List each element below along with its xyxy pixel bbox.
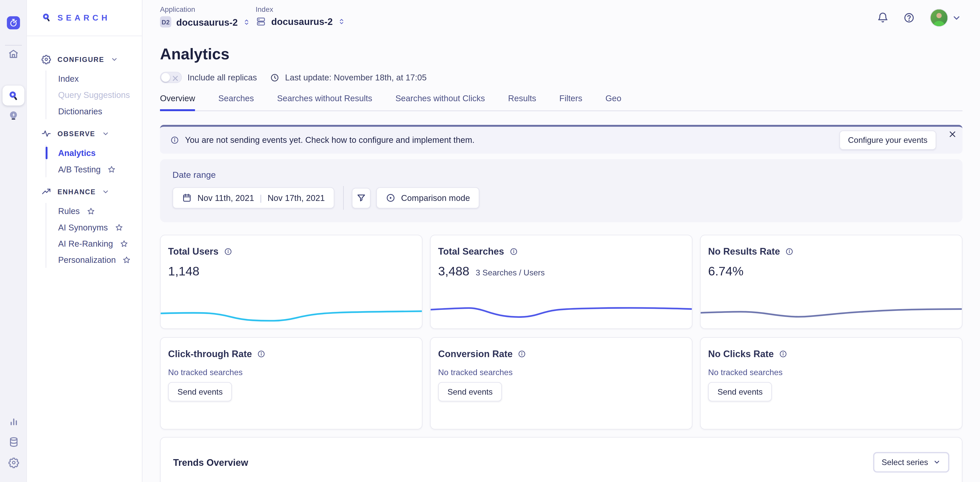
card-title: Total Users xyxy=(168,246,219,257)
send-events-button[interactable]: Send events xyxy=(708,382,772,401)
sidebar-item-ai-re-ranking[interactable]: AI Re-Ranking xyxy=(58,235,142,252)
user-avatar[interactable] xyxy=(931,9,948,26)
play-circle-icon xyxy=(385,193,395,203)
divider xyxy=(343,186,344,210)
info-icon[interactable] xyxy=(517,349,526,358)
tab-geo[interactable]: Geo xyxy=(606,94,621,111)
conversion-rate-card: Conversion Rate No tracked searches Send… xyxy=(430,337,693,430)
banner-close-icon[interactable] xyxy=(948,130,957,138)
home-icon[interactable] xyxy=(0,48,27,60)
application-label: Application xyxy=(160,6,251,13)
search-pin-icon xyxy=(41,13,52,23)
star-icon xyxy=(120,239,128,248)
no-tracked-searches-text: No tracked searches xyxy=(431,359,692,377)
product-logo[interactable]: SEARCH xyxy=(27,0,142,36)
tab-results[interactable]: Results xyxy=(508,94,536,111)
database-icon[interactable] xyxy=(0,436,27,447)
banner-message: You are not sending events yet. Check ho… xyxy=(185,135,474,145)
star-icon xyxy=(115,223,123,231)
kpi-value: 6.74% xyxy=(708,264,744,279)
tab-searches[interactable]: Searches xyxy=(218,94,254,111)
send-events-button[interactable]: Send events xyxy=(168,382,232,401)
total-users-card: Total Users 1,148 xyxy=(160,235,423,329)
index-icon xyxy=(256,16,266,27)
chevron-down-icon xyxy=(111,55,118,63)
topbar: Application D2 docusaurus-2 Index docusa… xyxy=(143,0,980,36)
tab-searches-without-clicks[interactable]: Searches without Clicks xyxy=(395,94,485,111)
notifications-bell-icon[interactable] xyxy=(877,12,889,24)
trends-overview-title: Trends Overview xyxy=(173,457,248,467)
select-series-button[interactable]: Select series xyxy=(873,452,949,472)
include-replicas-toggle[interactable] xyxy=(160,72,182,83)
sidebar-item-index[interactable]: Index xyxy=(58,71,142,87)
configure-events-button[interactable]: Configure your events xyxy=(839,130,936,150)
sidebar-item-dictionaries[interactable]: Dictionaries xyxy=(58,103,142,119)
recommend-bulb-icon[interactable] xyxy=(0,110,27,122)
include-replicas-label: Include all replicas xyxy=(188,73,257,82)
trend-up-icon xyxy=(41,187,51,197)
tab-filters[interactable]: Filters xyxy=(560,94,582,111)
kpi-row-2: Click-through Rate No tracked searches S… xyxy=(160,337,963,430)
search-icon xyxy=(8,90,19,101)
sidebar: SEARCH CONFIGURE Index Query Suggestions… xyxy=(27,0,143,482)
info-icon[interactable] xyxy=(509,247,518,256)
section-observe[interactable]: OBSERVE xyxy=(41,129,142,139)
sidebar-item-personalization[interactable]: Personalization xyxy=(58,252,142,268)
app-window: SEARCH CONFIGURE Index Query Suggestions… xyxy=(0,0,980,482)
info-icon[interactable] xyxy=(779,349,788,358)
filter-funnel-button[interactable] xyxy=(352,187,371,208)
sort-chevrons-icon xyxy=(338,17,346,26)
kpi-row-1: Total Users 1,148 Total Searches 3,488 3… xyxy=(160,235,963,329)
sidebar-item-query-suggestions[interactable]: Query Suggestions xyxy=(58,87,142,103)
total-searches-card: Total Searches 3,488 3 Searches / Users xyxy=(430,235,693,329)
index-label: Index xyxy=(256,6,346,13)
activity-pulse-icon xyxy=(41,129,51,139)
star-icon xyxy=(87,207,95,215)
analytics-bars-icon[interactable] xyxy=(0,416,27,427)
card-title: Total Searches xyxy=(438,246,504,257)
analytics-tabs: Overview Searches Searches without Resul… xyxy=(160,94,963,111)
search-nav-active-tile[interactable] xyxy=(3,86,24,106)
comparison-mode-button[interactable]: Comparison mode xyxy=(376,187,479,209)
kpi-sub-label: 3 Searches / Users xyxy=(476,268,545,277)
date-range-panel: Date range Nov 11th, 2021 | Nov 17th, 20… xyxy=(160,159,963,222)
application-selector[interactable]: D2 docusaurus-2 xyxy=(160,16,251,27)
info-icon[interactable] xyxy=(224,247,232,256)
card-title: Conversion Rate xyxy=(438,349,512,359)
no-tracked-searches-text: No tracked searches xyxy=(701,359,962,377)
stopwatch-logo-icon[interactable] xyxy=(7,16,20,29)
sidebar-item-rules[interactable]: Rules xyxy=(58,203,142,219)
kpi-value: 3,488 xyxy=(438,264,469,279)
rail-settings-gear-icon[interactable] xyxy=(0,457,27,468)
no-tracked-searches-text: No tracked searches xyxy=(161,359,422,377)
no-results-rate-card: No Results Rate 6.74% xyxy=(700,235,963,329)
star-icon xyxy=(108,165,116,173)
send-events-button[interactable]: Send events xyxy=(438,382,502,401)
sort-chevrons-icon xyxy=(243,17,251,27)
sidebar-item-analytics[interactable]: Analytics xyxy=(58,145,142,161)
chevron-down-icon xyxy=(102,188,110,195)
date-range-label: Date range xyxy=(173,170,950,180)
product-name: SEARCH xyxy=(57,13,110,22)
trends-overview-card: Trends Overview Select series xyxy=(160,437,963,482)
tab-searches-without-results[interactable]: Searches without Results xyxy=(277,94,372,111)
chevron-down-icon xyxy=(102,130,109,137)
sidebar-item-ab-testing[interactable]: A/B Testing xyxy=(58,161,142,177)
help-icon[interactable] xyxy=(903,12,915,24)
date-range-button[interactable]: Nov 11th, 2021 | Nov 17th, 2021 xyxy=(173,187,334,209)
toggle-off-x-icon xyxy=(173,75,178,81)
no-results-rate-sparkline xyxy=(701,303,962,326)
last-update-text: Last update: November 18th, at 17:05 xyxy=(285,73,427,82)
section-configure[interactable]: CONFIGURE xyxy=(41,54,142,64)
info-icon[interactable] xyxy=(257,349,266,358)
card-title: Click-through Rate xyxy=(168,349,252,359)
account-chevron-down-icon[interactable] xyxy=(952,13,961,22)
sidebar-item-ai-synonyms[interactable]: AI Synonyms xyxy=(58,219,142,235)
tab-overview[interactable]: Overview xyxy=(160,94,195,111)
section-enhance[interactable]: ENHANCE xyxy=(41,187,142,197)
index-selector[interactable]: docusaurus-2 xyxy=(256,16,346,27)
click-through-rate-card: Click-through Rate No tracked searches S… xyxy=(160,337,423,430)
rail-divider xyxy=(5,45,22,46)
info-icon[interactable] xyxy=(785,247,794,256)
main-area: Application D2 docusaurus-2 Index docusa… xyxy=(143,0,980,482)
